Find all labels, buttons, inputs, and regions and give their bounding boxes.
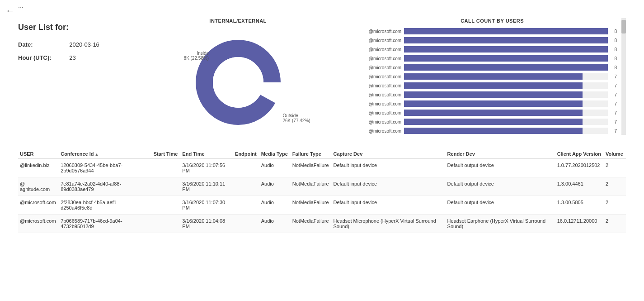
cell-client_app: 1.0.77.2020012502: [555, 159, 604, 177]
cell-end_time: 3/16/2020 11:07:30 PM: [180, 196, 233, 215]
bar-label: @microsoft.com: [358, 47, 401, 52]
bar-fill: [404, 91, 582, 98]
bar-fill: [404, 82, 582, 89]
bar-track: [404, 128, 608, 134]
cell-client_app: 1.3.00.4461: [555, 177, 604, 196]
table-row: @microsoft.com7b066589-717b-46cd-9a04-47…: [18, 215, 626, 233]
col-header-endpoint: Endpoint: [233, 148, 259, 159]
bar-track: [404, 37, 608, 43]
bar-label: @microsoft.com: [358, 110, 401, 115]
cell-render_dev: Headset Earphone (HyperX Virtual Surroun…: [446, 215, 555, 233]
outside-label: Outside 26K (77.42%): [282, 113, 310, 123]
hour-value: 23: [69, 54, 75, 61]
bar-row: @microsoft.com 7: [358, 127, 617, 135]
bar-track: [404, 64, 608, 71]
sort-arrow-icon: ▲: [95, 152, 99, 157]
bar-fill: [404, 64, 608, 71]
cell-failure_type: NotMediaFailure: [291, 159, 332, 177]
cell-media_type: Audio: [259, 215, 291, 233]
cell-end_time: 3/16/2020 11:07:56 PM: [180, 159, 233, 177]
bar-label: @microsoft.com: [358, 38, 401, 43]
col-header-media_type: Media Type: [259, 148, 291, 159]
user-info-panel: User List for: Date: 2020-03-16 Hour (UT…: [18, 18, 118, 135]
bar-value: 8: [611, 65, 617, 70]
table-section: USERConference Id▲Start TimeEnd TimeEndp…: [0, 148, 644, 242]
bar-row: @microsoft.com 7: [358, 91, 617, 99]
bar-fill: [404, 55, 608, 62]
bar-label: @microsoft.com: [358, 119, 401, 124]
date-value: 2020-03-16: [69, 41, 99, 48]
cell-conference_id: 12060309-5434-45be-bba7-2b9d0576a944: [59, 159, 152, 177]
bar-row: @microsoft.com 8: [358, 45, 617, 53]
col-header-conference_id[interactable]: Conference Id▲: [59, 148, 152, 159]
cell-volume: 2: [604, 159, 626, 177]
col-header-failure_type: Failure Type: [291, 148, 332, 159]
back-button[interactable]: ←: [5, 5, 14, 16]
bar-fill: [404, 28, 608, 34]
cell-user: @ agnitude.com: [18, 177, 59, 196]
bar-label: @microsoft.com: [358, 101, 401, 106]
bar-chart: @microsoft.com 8 @microsoft.com 8 @micro…: [358, 27, 626, 135]
hour-field: Hour (UTC): 23: [18, 54, 118, 61]
bar-row: @microsoft.com 7: [358, 109, 617, 117]
cell-failure_type: NotMediaFailure: [291, 215, 332, 233]
date-label: Date:: [18, 41, 68, 48]
donut-chart-section: INTERNAL/EXTERNAL Inside 8K (22.58%) Out…: [127, 18, 349, 135]
cell-user: @microsoft.com: [18, 215, 59, 233]
donut-chart-title: INTERNAL/EXTERNAL: [209, 18, 266, 24]
bar-label: @microsoft.com: [358, 92, 401, 97]
cell-start_time: [152, 196, 181, 215]
bar-row: @microsoft.com 8: [358, 63, 617, 72]
page-title: User List for:: [18, 23, 118, 32]
bar-row: @microsoft.com 8: [358, 27, 617, 35]
cell-capture_dev: Default input device: [332, 196, 446, 215]
cell-client_app: 16.0.12711.20000: [555, 215, 604, 233]
bar-label: @microsoft.com: [358, 129, 401, 134]
donut-chart: Inside 8K (22.58%) Outside 26K (77.42%): [188, 33, 288, 132]
bar-value: 7: [611, 129, 617, 134]
bar-fill: [404, 119, 582, 125]
bar-value: 8: [611, 56, 617, 61]
table-row: @ agnitude.com7e81a74e-2a02-4d40-af88-89…: [18, 177, 626, 196]
cell-volume: 2: [604, 215, 626, 233]
bar-track: [404, 46, 608, 53]
bar-value: 8: [611, 38, 617, 43]
bar-label: @microsoft.com: [358, 65, 401, 70]
col-header-user: USER: [18, 148, 59, 159]
cell-media_type: Audio: [259, 196, 291, 215]
bar-track: [404, 110, 608, 116]
col-header-end_time: End Time: [180, 148, 233, 159]
bar-fill: [404, 110, 582, 116]
cell-failure_type: NotMediaFailure: [291, 177, 332, 196]
cell-render_dev: Default output device: [446, 159, 555, 177]
data-table: USERConference Id▲Start TimeEnd TimeEndp…: [18, 148, 626, 233]
bar-fill: [404, 73, 582, 80]
cell-volume: 2: [604, 177, 626, 196]
bar-value: 7: [611, 101, 617, 106]
cell-end_time: 3/16/2020 11:04:08 PM: [180, 215, 233, 233]
bar-value: 8: [611, 29, 617, 34]
cell-user: @microsoft.com: [18, 196, 59, 215]
bar-label: @microsoft.com: [358, 29, 401, 34]
cell-volume: 2: [604, 196, 626, 215]
cell-endpoint: [233, 159, 259, 177]
bar-track: [404, 100, 608, 107]
date-field: Date: 2020-03-16: [18, 41, 118, 48]
bar-row: @microsoft.com 8: [358, 54, 617, 62]
col-header-volume: Volume: [604, 148, 626, 159]
bar-fill: [404, 128, 582, 134]
inside-label: Inside 8K (22.58%): [184, 51, 209, 61]
bar-track: [404, 91, 608, 98]
table-body: @linkedin.biz12060309-5434-45be-bba7-2b9…: [18, 159, 626, 233]
bar-fill: [404, 37, 608, 43]
bar-value: 7: [611, 110, 617, 115]
bar-value: 7: [611, 92, 617, 97]
col-header-start_time: Start Time: [152, 148, 181, 159]
bar-value: 7: [611, 119, 617, 124]
cell-endpoint: [233, 196, 259, 215]
bar-label: @microsoft.com: [358, 74, 401, 79]
bar-chart-section: CALL COUNT BY USERS @microsoft.com 8 @mi…: [358, 18, 626, 135]
cell-start_time: [152, 177, 181, 196]
cell-conference_id: 7e81a74e-2a02-4d40-af88-89d0383ae479: [59, 177, 152, 196]
ellipsis: ...: [18, 2, 644, 9]
